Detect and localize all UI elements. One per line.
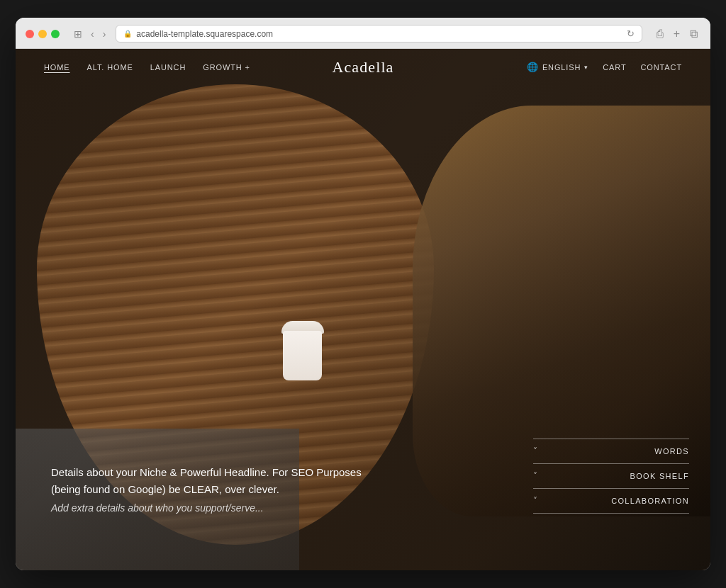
address-bar[interactable]: 🔒 acadella-template.squarespace.com ↻: [116, 25, 642, 43]
accordion-label-bookshelf: BOOK SHELF: [630, 472, 690, 480]
nav-launch[interactable]: LAUNCH: [150, 63, 186, 72]
refresh-icon[interactable]: ↻: [627, 28, 635, 39]
back-button[interactable]: ‹: [88, 28, 97, 40]
sidebar-accordion: ˅ WORDS ˅ BOOK SHELF ˅ COLLABORATION: [533, 439, 689, 514]
nav-growth[interactable]: GROWTH +: [203, 63, 250, 72]
cart-link[interactable]: CART: [603, 63, 626, 72]
share-button[interactable]: ⎙: [654, 26, 666, 42]
accordion-chevron-collaboration: ˅: [533, 496, 537, 506]
accordion-label-words: WORDS: [654, 447, 689, 456]
browser-action-buttons: ⎙ + ⧉: [654, 26, 700, 42]
nav-home[interactable]: HOME: [44, 63, 70, 72]
nav-left: HOME ALT. HOME LAUNCH GROWTH +: [44, 63, 527, 72]
duplicate-button[interactable]: ⧉: [687, 26, 700, 42]
hero-subtext: Add extra details about who you support/…: [51, 502, 363, 514]
website-content: HOME ALT. HOME LAUNCH GROWTH + Acadella …: [16, 49, 710, 570]
close-button[interactable]: [26, 30, 34, 38]
nav-alt-home[interactable]: ALT. HOME: [87, 63, 133, 72]
accordion-chevron-words: ˅: [533, 446, 537, 456]
language-label: ENGLISH: [542, 63, 581, 72]
accordion-chevron-bookshelf: ˅: [533, 471, 537, 481]
main-nav: HOME ALT. HOME LAUNCH GROWTH + Acadella …: [16, 49, 710, 85]
browser-chrome: ⊞ ‹ › 🔒 acadella-template.squarespace.co…: [16, 18, 710, 49]
language-chevron: ▾: [584, 64, 588, 71]
contact-link[interactable]: CONTACT: [640, 63, 682, 72]
accordion-item-bookshelf[interactable]: ˅ BOOK SHELF: [533, 463, 689, 488]
brand-logo[interactable]: Acadella: [333, 58, 394, 77]
globe-icon: 🌐: [527, 62, 539, 72]
browser-window: ⊞ ‹ › 🔒 acadella-template.squarespace.co…: [16, 18, 710, 570]
coffee-cup: [278, 318, 328, 382]
lock-icon: 🔒: [123, 30, 132, 38]
nav-right: 🌐 ENGLISH ▾ CART CONTACT: [527, 62, 682, 72]
accordion-item-words[interactable]: ˅ WORDS: [533, 439, 689, 463]
minimize-button[interactable]: [38, 30, 47, 38]
square-icon[interactable]: ⊞: [71, 28, 85, 40]
hero-content: Details about your Niche & Powerful Head…: [51, 464, 363, 514]
maximize-button[interactable]: [51, 30, 60, 38]
new-tab-button[interactable]: +: [671, 26, 683, 42]
cup-body: [283, 331, 322, 380]
url-text: acadella-template.squarespace.com: [136, 29, 273, 39]
hero-headline: Details about your Niche & Powerful Head…: [51, 464, 363, 498]
accordion-label-collaboration: COLLABORATION: [611, 497, 689, 505]
accordion-item-collaboration[interactable]: ˅ COLLABORATION: [533, 488, 689, 514]
forward-button[interactable]: ›: [100, 28, 109, 40]
language-selector[interactable]: 🌐 ENGLISH ▾: [527, 62, 588, 72]
traffic-lights: [26, 30, 60, 38]
browser-nav-controls: ⊞ ‹ ›: [71, 28, 108, 40]
